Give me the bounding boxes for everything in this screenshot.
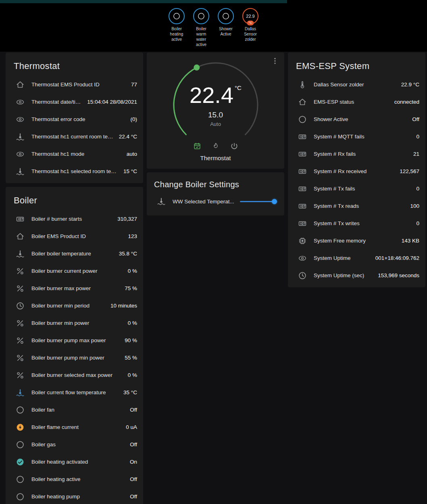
entity-row[interactable]: Thermostat error code (0): [6, 111, 143, 128]
entity-row[interactable]: Boiler heating activated On: [6, 453, 143, 471]
entity-row[interactable]: Boiler burner min power 0 %: [6, 314, 143, 332]
percent-icon: [15, 370, 25, 380]
circle-outline-icon: [15, 405, 25, 415]
home-icon: [15, 80, 25, 90]
percent-icon: [15, 353, 25, 363]
entity-row[interactable]: EMS-ESP status connected: [288, 93, 425, 111]
top-strip: [0, 0, 427, 3]
circle-outline-icon: [173, 12, 181, 20]
temperature-slider[interactable]: [240, 199, 277, 204]
card-title-settings: Change Boiler Settings: [147, 172, 284, 192]
entity-row[interactable]: System # Tx writes 0: [288, 215, 425, 232]
entity-row[interactable]: Boiler boiler temperature 35.8 °C: [6, 245, 143, 262]
card-title-boiler: Boiler: [6, 187, 143, 210]
entity-name: Thermostat: [147, 155, 284, 161]
dial-ring[interactable]: [167, 56, 264, 153]
entity-row[interactable]: Shower Active Off: [288, 111, 425, 128]
entity-row[interactable]: Thermostat hc1 mode auto: [6, 145, 143, 163]
entity-row[interactable]: Dallas Sensor zolder 22.9 °C: [288, 76, 425, 93]
entity-row[interactable]: System # Rx fails 21: [288, 145, 425, 163]
thermometer-water-icon: [15, 132, 25, 142]
entity-rows: Dallas Sensor zolder 22.9 °C EMS-ESP sta…: [288, 76, 425, 287]
slider-label: WW Selected Temperat...: [173, 199, 240, 205]
counter-icon: [298, 167, 307, 176]
entity-row[interactable]: Boiler burner selected max power 0 %: [6, 366, 143, 384]
entity-row[interactable]: System # Tx fails 0: [288, 180, 425, 197]
entity-row[interactable]: Boiler burner current power 0 %: [6, 262, 143, 280]
percent-icon: [15, 318, 25, 328]
badge[interactable]: 22.9 °C Dallas Sensor zolder: [240, 8, 261, 42]
entity-row[interactable]: System # MQTT fails 0: [288, 128, 425, 145]
badge[interactable]: Boiler heating active: [167, 8, 187, 42]
entity-row[interactable]: Boiler heating pump Off: [6, 488, 143, 504]
badge[interactable]: Shower Active: [216, 8, 236, 37]
entity-row[interactable]: Boiler fan Off: [6, 401, 143, 418]
thermometer-water-icon: [15, 167, 25, 176]
entity-rows: Thermostat EMS Product ID 77 Thermostat …: [6, 76, 143, 183]
entity-rows: Boiler # burner starts 310,327 Boiler EM…: [6, 210, 143, 504]
clock-icon: [298, 271, 307, 280]
entity-row[interactable]: Thermostat EMS Product ID 77: [6, 76, 143, 93]
calendar-check-icon[interactable]: [193, 142, 201, 150]
eye-icon: [298, 253, 307, 263]
counter-icon: [298, 149, 307, 159]
entity-row[interactable]: Boiler flame current 0 uA: [6, 418, 143, 436]
eye-icon: [15, 115, 25, 124]
entity-row[interactable]: Boiler burner max power 75 %: [6, 280, 143, 297]
percent-icon: [15, 284, 25, 293]
badge-circle[interactable]: 22.9 °C: [242, 8, 258, 24]
eye-icon: [15, 149, 25, 159]
thermostat-card: Thermostat Thermostat EMS Product ID 77 …: [6, 52, 143, 183]
slider-knob[interactable]: [272, 199, 277, 204]
counter-icon: [15, 214, 25, 224]
thermometer-water-icon: [15, 249, 25, 259]
badge-circle[interactable]: [218, 8, 234, 24]
thermometer-icon: [298, 80, 307, 90]
entity-row[interactable]: System # Rx received 122,567: [288, 163, 425, 180]
flame-icon[interactable]: [212, 142, 220, 150]
counter-icon: [298, 132, 307, 142]
entity-row[interactable]: Boiler burner pump min power 55 %: [6, 349, 143, 366]
entity-row[interactable]: System # Tx reads 100: [288, 197, 425, 215]
boiler-card: Boiler Boiler # burner starts 310,327 Bo…: [6, 187, 143, 504]
entity-row[interactable]: Thermostat date/time 15:04:04 28/08/2021: [6, 93, 143, 111]
dashboard: Thermostat Thermostat EMS Product ID 77 …: [0, 52, 427, 504]
badge-circle[interactable]: [169, 8, 185, 24]
percent-icon: [15, 266, 25, 276]
card-title-thermostat: Thermostat: [6, 52, 143, 76]
home-icon: [15, 232, 25, 241]
entity-row[interactable]: Boiler current flow temperature 35 °C: [6, 384, 143, 401]
kebab-menu-icon[interactable]: [271, 56, 279, 65]
entity-row[interactable]: System Uptime (sec) 153,969 seconds: [288, 267, 425, 284]
entity-row[interactable]: Boiler burner min period 10 minutes: [6, 297, 143, 314]
circle-outline-icon: [15, 475, 25, 484]
power-icon[interactable]: [230, 142, 238, 150]
entity-row[interactable]: Boiler gas Off: [6, 436, 143, 453]
entity-row[interactable]: Boiler EMS Product ID 123: [6, 228, 143, 245]
entity-row[interactable]: System Uptime 001+18:46:09.762: [288, 249, 425, 267]
change-boiler-settings-card: Change Boiler Settings WW Selected Tempe…: [147, 172, 284, 215]
badge-label: Dallas Sensor zolder: [240, 26, 261, 42]
entity-row[interactable]: System Free memory 143 KB: [288, 232, 425, 249]
circle-outline-icon: [222, 12, 230, 20]
badge-value: 22.9: [246, 14, 254, 19]
lightning-circle-icon: [15, 422, 25, 432]
badges: Boiler heating active Boiler warm water …: [167, 8, 261, 52]
badge-unit: °C: [247, 21, 254, 25]
dial-handle[interactable]: [194, 65, 200, 71]
entity-row[interactable]: Boiler # burner starts 310,327: [6, 210, 143, 228]
column-right: EMS-ESP System Dallas Sensor zolder 22.9…: [288, 52, 425, 291]
ww-selected-temperature-row[interactable]: WW Selected Temperat...: [147, 192, 284, 210]
dial-track: [174, 63, 258, 135]
entity-row[interactable]: Thermostat hc1 current room temper... 22…: [6, 128, 143, 145]
badge[interactable]: Boiler warm water active: [191, 8, 212, 47]
counter-icon: [298, 201, 307, 211]
eye-icon: [15, 97, 25, 107]
badge-circle[interactable]: [193, 8, 209, 24]
entity-row[interactable]: Thermostat hc1 selected room temper... 1…: [6, 163, 143, 180]
card-title-system: EMS-ESP System: [288, 52, 425, 76]
entity-row[interactable]: Boiler heating active Off: [6, 471, 143, 488]
thermostat-dial[interactable]: 22.4°C 15.0 Auto: [167, 56, 264, 153]
entity-row[interactable]: Boiler burner pump max power 90 %: [6, 332, 143, 349]
circle-outline-icon: [298, 115, 307, 124]
